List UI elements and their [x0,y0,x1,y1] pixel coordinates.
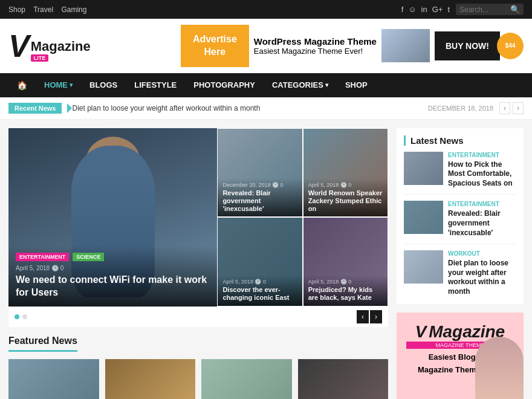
featured-item-2[interactable] [105,359,196,399]
ticker-prev-button[interactable]: ‹ [499,102,510,114]
top-nav-shop[interactable]: Shop [8,5,25,14]
categories-dropdown-arrow: ▾ [325,82,328,88]
logo-magazine: Magazine [31,40,91,53]
featured-grid [8,359,388,399]
top-nav-gaming[interactable]: Gaming [61,5,86,14]
news-category-1: Entertainment [448,152,516,158]
tumblr-icon[interactable]: t [447,5,450,14]
news-title-3: Diet plan to loose your weight after wor… [448,259,516,296]
news-title-1: How to Pick the Most Comfortable, Spacio… [448,160,516,189]
news-info-2: Entertainment Revealed: Blair government… [448,201,516,238]
nav-blogs[interactable]: BLOGS [81,73,126,97]
search-button[interactable]: 🔍 [510,5,520,14]
ticker-navigation: ‹ › [499,102,524,114]
featured-section: Featured News [8,336,388,399]
hero-main-article[interactable]: ENTERTAINMENT SCIENCE April 5, 2018 🕐 0 … [8,128,217,307]
header-preview [381,29,430,62]
ticker-bar: Recent News Diet plan to loose your weig… [0,97,532,120]
news-info-3: Workout Diet plan to loose your weight a… [448,250,516,296]
news-info-1: Entertainment How to Pick the Most Comfo… [448,152,516,189]
slider-dots [15,314,27,319]
hero-main-title: We need to connect WiFi for make it work… [16,274,210,299]
featured-img-2 [105,359,196,399]
ticker-date: DECEMBER 18, 2018 [428,105,493,112]
nav-categories[interactable]: CATEGORIES ▾ [264,73,337,97]
header: V Magazine LITE AdvertiseHere WordPress … [0,19,532,73]
ticker-next-button[interactable]: › [513,102,524,114]
news-item-3[interactable]: Workout Diet plan to loose your weight a… [404,250,516,296]
hero-grid-item-3[interactable]: April 5, 2018 🕐 0 Discover the ever-chan… [217,217,302,307]
dot-2[interactable] [22,314,27,319]
hero-tags: ENTERTAINMENT SCIENCE [16,253,210,261]
instagram-icon[interactable]: ☺ [408,5,416,14]
slider-prev-button[interactable]: ‹ [357,310,369,323]
sidebar-ad-logo-v: V [415,322,427,341]
hero-grid-title-3: Discover the ever-changing iconic East [222,286,297,302]
tag-entertainment: ENTERTAINMENT [16,253,69,261]
slider-arrows: ‹ › [357,310,382,323]
wp-theme-subtitle: Easiest Magazine Theme Ever! [254,47,377,56]
advertise-text: AdvertiseHere [193,34,237,57]
linkedin-icon[interactable]: in [421,5,427,14]
latest-news-box: Latest News Entertainment How to Pick th… [397,128,524,304]
news-item-2[interactable]: Entertainment Revealed: Blair government… [404,201,516,244]
nav-home-icon[interactable]: 🏠 [8,73,36,97]
wp-theme-info: WordPress Magazine Theme Easiest Magazin… [254,36,377,56]
buy-now-box: BUY NOW! $44 [435,31,524,60]
logo-lite: LITE [31,54,49,62]
wp-theme-title: WordPress Magazine Theme [254,36,377,47]
ticker-label: Recent News [8,103,62,114]
dot-1[interactable] [15,314,19,319]
hero-grid-item-1[interactable]: December 20, 2018 🕐 0 Revealed: Blair go… [217,128,302,218]
hero-slider: ENTERTAINMENT SCIENCE April 5, 2018 🕐 0 … [8,128,388,327]
ticker-arrow [67,103,72,113]
top-bar-right: f ☺ in G+ t 🔍 [401,4,524,15]
hero-grid: December 20, 2018 🕐 0 Revealed: Blair go… [217,128,388,307]
news-thumb-3 [404,250,443,284]
news-thumb-1 [404,152,443,185]
social-icons: f ☺ in G+ t [401,5,450,14]
top-bar: Shop Travel Gaming f ☺ in G+ t 🔍 [0,0,532,19]
news-thumb-2 [404,201,443,234]
hero-grid-item-2[interactable]: April 5, 2018 🕐 0 World Renown Speaker Z… [303,128,388,218]
featured-item-3[interactable] [201,359,292,399]
facebook-icon[interactable]: f [401,5,404,14]
slider-controls: ‹ › [8,307,388,327]
sidebar: Latest News Entertainment How to Pick th… [397,128,524,399]
google-plus-icon[interactable]: G+ [432,5,443,14]
ticker-text: Diet plan to loose your weight after wor… [72,104,421,112]
hero-grid-item-4[interactable]: April 5, 2018 🕐 0 Prejudiced? My kids ar… [303,217,388,307]
hero-grid-title-4: Prejudiced? My kids are black, says Kate [308,286,383,302]
featured-img-3 [201,359,292,399]
hero-grid-overlay-1: December 20, 2018 🕐 0 Revealed: Blair go… [218,178,302,217]
search-input[interactable] [459,5,508,14]
news-category-3: Workout [448,250,516,257]
content-area: ENTERTAINMENT SCIENCE April 5, 2018 🕐 0 … [8,128,388,399]
news-item-1[interactable]: Entertainment How to Pick the Most Comfo… [404,152,516,195]
slider-next-button[interactable]: › [370,310,382,323]
hero-grid-meta-3: April 5, 2018 🕐 0 [222,279,297,285]
sidebar-ad[interactable]: V Magazine MAGAZINE THEME Easiest Blog a… [397,313,524,399]
nav-shop[interactable]: SHOP [337,73,376,97]
nav-photography[interactable]: PHOTOGRAPHY [185,73,264,97]
top-nav: Shop Travel Gaming [8,5,92,14]
sidebar-ad-figure [475,337,524,399]
hero-grid-overlay-4: April 5, 2018 🕐 0 Prejudiced? My kids ar… [303,275,388,305]
logo: V Magazine LITE [8,30,91,62]
nav-home[interactable]: HOME ▾ [36,73,81,97]
price-value: 44 [508,42,515,49]
price-badge: $44 [497,33,524,59]
hero-grid-meta-4: April 5, 2018 🕐 0 [308,279,383,285]
buy-now-button[interactable]: BUY NOW! [435,31,500,60]
top-nav-travel[interactable]: Travel [33,5,53,14]
hero-grid-meta-1: December 20, 2018 🕐 0 [222,182,297,188]
latest-news-title: Latest News [404,135,516,146]
featured-item-4[interactable] [298,359,389,399]
hero-grid-title-1: Revealed: Blair government 'inexcusable' [222,189,297,213]
hero-main-meta: April 5, 2018 🕐 0 [16,265,210,271]
featured-title: Featured News [8,336,77,352]
nav-lifestyle[interactable]: LIFESTYLE [126,73,185,97]
hero-grid-overlay-3: April 5, 2018 🕐 0 Discover the ever-chan… [218,275,302,305]
advertise-box[interactable]: AdvertiseHere [181,25,249,67]
featured-item-1[interactable] [8,359,99,399]
